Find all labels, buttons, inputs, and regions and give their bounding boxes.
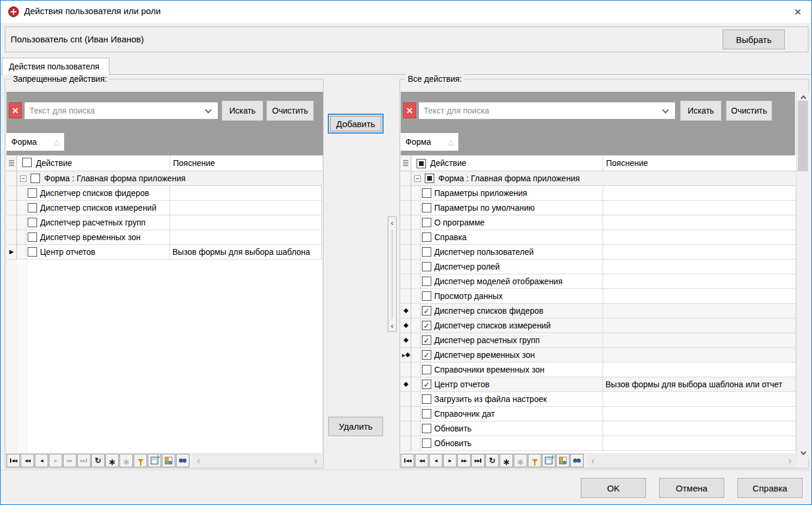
checkbox-unchecked[interactable] bbox=[422, 188, 431, 198]
prev-icon[interactable]: ◀ bbox=[35, 454, 48, 467]
action-cell[interactable]: Диспетчер списков измерений bbox=[26, 201, 170, 215]
table-row[interactable]: Обновить bbox=[401, 436, 796, 451]
checkbox-indeterminate[interactable] bbox=[417, 159, 426, 168]
table-row[interactable]: Диспетчер ролей bbox=[401, 260, 796, 274]
right-search-input[interactable]: Текст для поиска bbox=[418, 102, 675, 119]
left-search-button[interactable]: Искать bbox=[222, 101, 263, 121]
action-cell[interactable]: Обновить bbox=[421, 421, 603, 436]
select-user-button[interactable]: Выбрать bbox=[723, 29, 785, 49]
next-icon[interactable]: ▶ bbox=[49, 454, 62, 467]
checkbox-unchecked[interactable] bbox=[28, 203, 37, 212]
left-groupby-chip[interactable]: Форма △ bbox=[6, 133, 64, 151]
table-row[interactable]: Справочники временных зон bbox=[401, 363, 796, 377]
cancel-button[interactable]: Отмена bbox=[659, 478, 724, 498]
right-vertical-scrollbar[interactable] bbox=[796, 92, 809, 459]
action-cell[interactable]: Диспетчер пользователей bbox=[421, 245, 603, 260]
save-layout-icon[interactable] bbox=[542, 454, 555, 467]
checkbox-checked[interactable]: ✓ bbox=[422, 350, 431, 360]
first-icon[interactable]: ◀◀ bbox=[6, 454, 20, 467]
panel-splitter[interactable]: ‹ ‹ bbox=[388, 217, 397, 332]
action-cell[interactable]: Параметры по умолчанию bbox=[421, 201, 603, 215]
help-button[interactable]: Справка bbox=[737, 478, 803, 498]
action-cell[interactable]: Диспетчер временных зон bbox=[26, 230, 170, 245]
action-cell[interactable]: Центр отчетов bbox=[26, 245, 170, 260]
prev-page-icon[interactable]: ◀◀ bbox=[21, 454, 34, 467]
column-header-note[interactable]: Пояснение bbox=[603, 155, 796, 171]
checkbox-checked[interactable]: ✓ bbox=[422, 306, 431, 315]
table-row[interactable]: Параметры по умолчанию bbox=[401, 201, 796, 215]
action-cell[interactable]: Диспетчер расчетных групп bbox=[26, 215, 170, 230]
ok-button[interactable]: OK bbox=[581, 478, 646, 498]
action-cell[interactable]: Справка bbox=[421, 230, 603, 245]
table-row[interactable]: ✓Диспетчер списков фидеров bbox=[401, 304, 796, 318]
table-row[interactable]: Загрузить из файла настроек bbox=[401, 392, 796, 407]
group-row[interactable]: Форма : Главная форма приложения bbox=[401, 171, 796, 186]
column-header-note[interactable]: Пояснение bbox=[170, 155, 322, 171]
refresh-icon[interactable]: ↻ bbox=[485, 454, 499, 467]
append-cancel-icon[interactable]: ∗ bbox=[119, 454, 133, 467]
column-chooser-cell[interactable] bbox=[401, 155, 411, 171]
append-icon[interactable]: ∗ bbox=[105, 454, 119, 467]
action-cell[interactable]: ✓Диспетчер списков измерений bbox=[421, 318, 603, 333]
refresh-icon[interactable]: ↻ bbox=[91, 454, 105, 467]
next-icon[interactable]: ▶ bbox=[443, 454, 457, 467]
filter-icon[interactable] bbox=[528, 454, 541, 467]
right-clear-search-icon[interactable]: ✕ bbox=[403, 102, 416, 118]
left-search-input[interactable]: Текст для поиска bbox=[24, 102, 218, 119]
left-clear-search-icon[interactable]: ✕ bbox=[9, 102, 22, 118]
table-row[interactable]: ✓Центр отчетовВызов формы для выбора шаб… bbox=[401, 377, 796, 392]
table-row[interactable]: ✓Диспетчер списков измерений bbox=[401, 318, 796, 333]
find-icon[interactable] bbox=[570, 454, 584, 467]
find-icon[interactable] bbox=[176, 454, 189, 467]
table-row[interactable]: Просмотр данных bbox=[401, 289, 796, 304]
table-row[interactable]: Диспетчер пользователей bbox=[401, 245, 796, 260]
checkbox-unchecked[interactable] bbox=[28, 247, 37, 257]
checkbox-checked[interactable]: ✓ bbox=[422, 335, 431, 345]
collapse-left-icon[interactable]: ‹ bbox=[388, 322, 396, 330]
checkbox-unchecked[interactable] bbox=[422, 409, 431, 418]
chevron-down-icon[interactable] bbox=[662, 107, 668, 113]
scroll-right-icon[interactable]: › bbox=[314, 456, 317, 466]
checkbox-unchecked[interactable] bbox=[422, 424, 431, 433]
checkbox-unchecked[interactable] bbox=[31, 174, 40, 183]
customize-icon[interactable] bbox=[162, 454, 175, 467]
filter-icon[interactable] bbox=[134, 454, 147, 467]
append-icon[interactable]: ∗ bbox=[500, 454, 513, 467]
last-icon[interactable]: ▶▶ bbox=[471, 454, 485, 467]
scroll-left-icon[interactable]: ‹ bbox=[197, 456, 200, 466]
checkbox-checked[interactable]: ✓ bbox=[422, 380, 431, 389]
group-row[interactable]: Форма : Главная форма приложения bbox=[6, 171, 322, 186]
action-cell[interactable]: Справочники временных зон bbox=[421, 363, 603, 377]
checkbox-unchecked[interactable] bbox=[422, 262, 431, 271]
action-cell[interactable]: Диспетчер списков фидеров bbox=[26, 186, 170, 201]
table-row[interactable]: О программе bbox=[401, 215, 796, 230]
checkbox-unchecked[interactable] bbox=[28, 218, 37, 227]
right-search-button[interactable]: Искать bbox=[680, 101, 721, 121]
checkbox-unchecked[interactable] bbox=[28, 188, 37, 198]
checkbox-indeterminate[interactable] bbox=[425, 174, 434, 183]
tab-user-actions[interactable]: Действия пользователя bbox=[2, 58, 109, 75]
table-row[interactable]: Справочник дат bbox=[401, 407, 796, 421]
action-cell[interactable]: ✓Диспетчер расчетных групп bbox=[421, 333, 603, 348]
checkbox-unchecked[interactable] bbox=[22, 158, 32, 167]
next-page-icon[interactable]: ▶▶ bbox=[63, 454, 76, 467]
next-page-icon[interactable]: ▶▶ bbox=[457, 454, 471, 467]
last-icon[interactable]: ▶▶ bbox=[77, 454, 91, 467]
table-row[interactable]: Диспетчер моделей отображения bbox=[401, 274, 796, 289]
horizontal-scrollbar[interactable]: ‹› bbox=[587, 454, 796, 467]
left-clear-button[interactable]: Очистить bbox=[267, 101, 314, 121]
chevron-down-icon[interactable] bbox=[205, 107, 211, 113]
close-icon[interactable]: × bbox=[784, 1, 811, 23]
save-layout-icon[interactable] bbox=[148, 454, 161, 467]
table-row[interactable]: ▶✓Диспетчер временных зон bbox=[401, 348, 796, 363]
table-row[interactable]: Диспетчер списков фидеров bbox=[6, 186, 322, 201]
prev-page-icon[interactable]: ◀◀ bbox=[415, 454, 428, 467]
checkbox-unchecked[interactable] bbox=[422, 247, 431, 257]
action-cell[interactable]: ✓Диспетчер временных зон bbox=[421, 348, 603, 363]
action-cell[interactable]: Диспетчер моделей отображения bbox=[421, 274, 603, 289]
checkbox-unchecked[interactable] bbox=[422, 218, 431, 227]
action-cell[interactable]: Просмотр данных bbox=[421, 289, 603, 304]
scroll-left-icon[interactable]: ‹ bbox=[591, 456, 594, 466]
customize-icon[interactable] bbox=[556, 454, 570, 467]
table-row[interactable]: ▶Центр отчетовВызов формы для выбора шаб… bbox=[6, 245, 322, 260]
